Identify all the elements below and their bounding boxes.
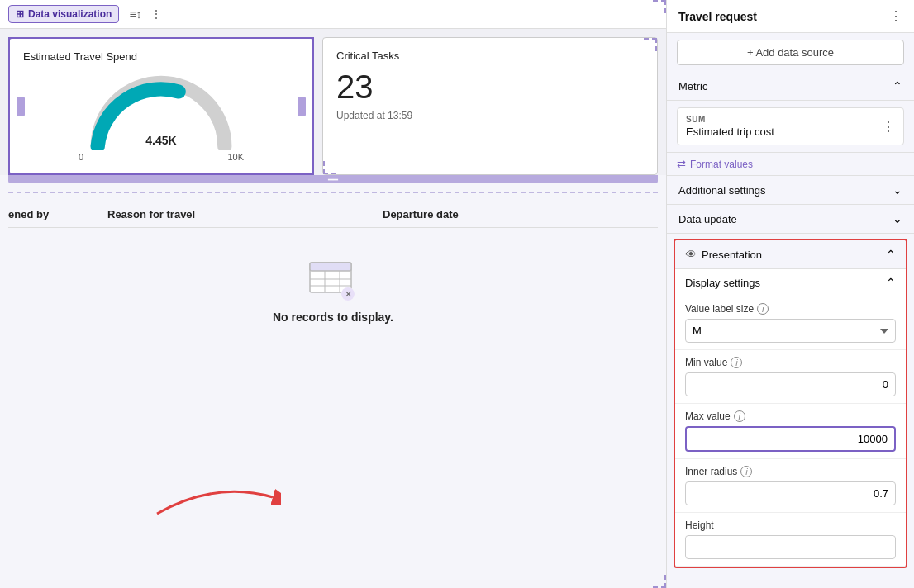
format-values-link[interactable]: Format values xyxy=(690,159,753,170)
gauge-chart: 4.45K 0 10K xyxy=(23,71,299,162)
presentation-chevron-up[interactable] xyxy=(886,248,896,261)
format-values-row: ⇄ Format values xyxy=(667,153,914,176)
metric-name: Estimated trip cost xyxy=(686,126,774,138)
min-value-info: i xyxy=(731,357,742,368)
display-settings-label: Display settings xyxy=(685,277,760,289)
presentation-header-left: 👁 Presentation xyxy=(685,248,762,261)
height-input[interactable] xyxy=(685,535,896,559)
inner-radius-input[interactable] xyxy=(685,481,896,505)
metric-more-icon[interactable]: ⋮ xyxy=(882,119,895,135)
inner-radius-info: i xyxy=(740,466,752,477)
height-label: Height xyxy=(685,519,896,531)
data-update-row[interactable]: Data update xyxy=(667,205,914,234)
corner-decoration-critical-tr xyxy=(644,38,657,51)
display-settings-header[interactable]: Display settings xyxy=(675,269,906,296)
bottom-resize-bar[interactable]: ━━ xyxy=(8,175,658,183)
gauge-min: 0 xyxy=(79,152,83,162)
corner-tr xyxy=(306,37,314,45)
critical-tasks-title: Critical Tasks xyxy=(336,50,644,62)
value-label-size-select[interactable]: XS S M L XL xyxy=(685,319,896,343)
gauge-value: 4.45K xyxy=(145,134,176,147)
filter-icon[interactable]: ≡↕ xyxy=(127,6,143,22)
dv-toolbar: ⊞ Data visualization ≡↕ ⋮ xyxy=(0,0,666,29)
corner-tl xyxy=(8,37,17,45)
toolbar-icons: ≡↕ ⋮ xyxy=(127,6,163,22)
presentation-header[interactable]: 👁 Presentation xyxy=(675,240,906,269)
inner-radius-group: Inner radius i xyxy=(675,459,906,513)
max-value-input[interactable] xyxy=(685,426,896,452)
min-value-group: Min value i xyxy=(675,350,906,404)
right-panel: Travel request ⋮ + Add data source Metri… xyxy=(666,0,914,588)
format-icon: ⇄ xyxy=(677,158,686,170)
max-value-group: Max value i xyxy=(675,404,906,459)
travel-card-title: Estimated Travel Spend xyxy=(23,50,299,63)
min-value-input[interactable] xyxy=(685,372,896,396)
presentation-section: 👁 Presentation Display settings Value la… xyxy=(674,239,907,568)
right-panel-header: Travel request ⋮ xyxy=(667,0,914,33)
inner-radius-label: Inner radius i xyxy=(685,466,896,477)
value-label-size-group: Value label size i XS S M L XL xyxy=(675,296,906,350)
height-group: Height xyxy=(675,513,906,567)
travel-spend-card: Estimated Travel Spend 4.45K 0 10K xyxy=(8,37,314,175)
corner-bl xyxy=(8,167,17,175)
presentation-label: Presentation xyxy=(702,249,762,261)
metric-card-left: SUM Estimated trip cost xyxy=(686,115,774,138)
value-label-size-info: i xyxy=(757,303,769,315)
metric-section-label: Metric xyxy=(678,80,707,92)
min-value-label: Min value i xyxy=(685,357,896,368)
metric-section-row[interactable]: Metric xyxy=(667,72,914,101)
more-options-icon[interactable]: ⋮ xyxy=(149,6,164,22)
add-datasource-button[interactable]: + Add data source xyxy=(677,40,904,65)
critical-updated: Updated at 13:59 xyxy=(336,110,644,121)
table-col-3: Departure date xyxy=(383,208,658,220)
metric-sum-label: SUM xyxy=(686,115,774,124)
table-col-1: ened by xyxy=(8,208,107,220)
left-panel: ⊞ Data visualization ≡↕ ⋮ Estimated Trav… xyxy=(0,0,666,588)
table-col-2: Reason for travel xyxy=(107,208,383,220)
data-update-chevron[interactable] xyxy=(893,212,902,225)
max-value-info: i xyxy=(734,410,745,422)
additional-settings-chevron[interactable] xyxy=(893,183,902,197)
gauge-labels: 0 10K xyxy=(79,152,244,162)
corner-br xyxy=(306,167,314,175)
dotted-separator xyxy=(8,192,658,193)
table-header: ened by Reason for travel Departure date xyxy=(8,202,658,228)
critical-tasks-card: Critical Tasks 23 Updated at 13:59 xyxy=(322,37,658,175)
data-visualization-badge[interactable]: ⊞ Data visualization xyxy=(8,5,119,23)
gauge-max: 10K xyxy=(227,152,244,162)
table-area: ened by Reason for travel Departure date xyxy=(0,202,666,588)
data-update-label: Data update xyxy=(678,213,737,225)
cards-row: Estimated Travel Spend 4.45K 0 10K Criti… xyxy=(0,29,666,175)
grid-icon: ⊞ xyxy=(16,8,24,20)
metric-card: SUM Estimated trip cost ⋮ xyxy=(677,107,904,145)
svg-rect-1 xyxy=(310,263,351,271)
max-value-label: Max value i xyxy=(685,410,896,422)
display-settings-chevron[interactable] xyxy=(886,276,896,289)
no-records-text: No records to display. xyxy=(273,311,393,324)
no-records-area: ✕ No records to display. xyxy=(8,228,658,357)
additional-settings-row[interactable]: Additional settings xyxy=(667,176,914,205)
corner-decoration-tr xyxy=(653,0,666,13)
right-panel-more-icon[interactable]: ⋮ xyxy=(889,8,902,24)
dv-badge-label: Data visualization xyxy=(28,8,112,20)
corner-decoration-table-br xyxy=(653,575,666,588)
arrow-annotation xyxy=(149,472,281,522)
empty-state-icon: ✕ xyxy=(308,261,358,302)
eye-icon: 👁 xyxy=(685,248,697,261)
right-panel-title: Travel request xyxy=(678,10,757,23)
value-label-size-label: Value label size i xyxy=(685,303,896,315)
svg-text:✕: ✕ xyxy=(345,289,352,299)
metric-chevron-up[interactable] xyxy=(893,79,902,92)
corner-decoration-critical-bl xyxy=(323,161,336,174)
additional-settings-label: Additional settings xyxy=(678,184,766,197)
critical-count: 23 xyxy=(336,70,644,103)
metric-section: SUM Estimated trip cost ⋮ xyxy=(667,101,914,153)
